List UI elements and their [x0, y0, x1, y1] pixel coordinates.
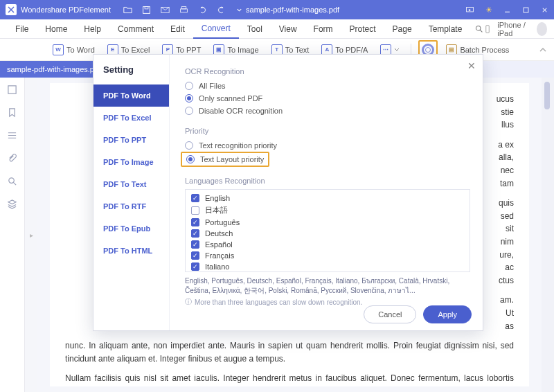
side-pdf-to-image[interactable]: PDF To Image [93, 151, 169, 173]
radio-icon [186, 155, 195, 163]
thumbnails-icon[interactable] [7, 84, 17, 95]
radio-icon [185, 94, 193, 103]
lang-italiano[interactable]: Italiano [191, 261, 464, 272]
menu-view[interactable]: View [271, 24, 305, 34]
save-icon[interactable] [142, 6, 151, 15]
priority-text-layout[interactable]: Text Layout priority [186, 155, 264, 163]
menu-convert[interactable]: Convert [193, 19, 239, 39]
attachment-icon[interactable] [7, 153, 17, 163]
checkbox-icon [191, 229, 199, 238]
side-pdf-to-text[interactable]: PDF To Text [93, 173, 169, 195]
languages-section-label: Languages Recognition [185, 177, 470, 185]
checkbox-icon [191, 240, 199, 249]
svg-rect-1 [145, 6, 148, 8]
checkbox-icon [191, 262, 199, 271]
titlebar-doc-name: sample-pdf-with-images.pdf [246, 6, 339, 14]
side-pdf-to-html[interactable]: PDF To HTML [93, 240, 169, 262]
device-icon[interactable] [483, 25, 492, 33]
priority-text-recognition[interactable]: Text recognition priority [185, 139, 470, 152]
lang-deutsch[interactable]: Deutsch [191, 228, 464, 239]
minimize-icon[interactable] [503, 6, 511, 14]
ocr-section-label: OCR Recognition [185, 67, 470, 75]
side-pdf-to-epub[interactable]: PDF To Epub [93, 217, 169, 240]
side-pdf-to-ppt[interactable]: PDF To PPT [93, 129, 169, 151]
ocr-scanned-only[interactable]: Only scanned PDF [185, 92, 470, 105]
radio-icon [185, 141, 193, 150]
lang-espanol[interactable]: Español [191, 239, 464, 250]
folder-open-icon[interactable] [123, 6, 132, 15]
apply-button[interactable]: Apply [423, 305, 472, 323]
layers-icon[interactable] [7, 199, 17, 209]
collapse-toolbar-icon[interactable] [539, 46, 547, 54]
ocr-disable[interactable]: Disable OCR recognition [185, 105, 470, 117]
bookmark-icon[interactable] [7, 107, 17, 118]
svg-point-10 [9, 178, 15, 184]
menu-help[interactable]: Help [75, 24, 109, 34]
panel-expand[interactable]: ▸ [25, 78, 37, 392]
device-label[interactable]: iPhone / iPad [497, 21, 531, 37]
side-pdf-to-excel[interactable]: PDF To Excel [93, 107, 169, 129]
priority-section-label: Priority [185, 127, 470, 135]
menu-comment[interactable]: Comment [109, 24, 162, 34]
lang-portuguese[interactable]: Português [191, 217, 464, 228]
cancel-button[interactable]: Cancel [364, 305, 416, 323]
languages-summary: English, Português, Deutsch, Español, Fr… [185, 276, 470, 296]
title-bar: Wondershare PDFelement sample-pdf-with-i… [0, 0, 554, 19]
radio-icon [185, 107, 193, 115]
redo-icon[interactable] [217, 6, 226, 15]
side-pdf-to-rtf[interactable]: PDF To RTF [93, 195, 169, 217]
svg-point-7 [476, 26, 481, 30]
outline-icon[interactable] [7, 130, 17, 141]
menu-protect[interactable]: Protect [341, 24, 384, 34]
present-icon[interactable] [465, 6, 474, 15]
lang-english[interactable]: English [191, 193, 464, 204]
languages-list[interactable]: English 日本語 Português Deutsch Español Fr… [185, 189, 470, 272]
svg-rect-9 [8, 86, 16, 93]
checkbox-icon [191, 206, 199, 215]
mail-icon[interactable] [161, 6, 170, 15]
dialog-sidebar: Setting PDF To Word PDF To Excel PDF To … [93, 55, 170, 330]
scrollbar-thumb[interactable] [544, 82, 550, 109]
svg-rect-3 [181, 8, 188, 12]
lang-japanese[interactable]: 日本語 [191, 204, 464, 217]
side-pdf-to-word[interactable]: PDF To Word [93, 84, 169, 107]
side-panel [0, 78, 25, 392]
checkbox-icon [191, 218, 199, 226]
app-logo [6, 4, 17, 15]
search-panel-icon[interactable] [7, 176, 17, 186]
checkbox-icon [191, 194, 199, 202]
menu-home[interactable]: Home [37, 24, 75, 34]
maximize-icon[interactable] [522, 6, 530, 14]
app-name: Wondershare PDFelement [21, 6, 111, 14]
dialog-title: Setting [93, 59, 169, 84]
avatar[interactable] [537, 22, 547, 36]
doc-dropdown[interactable]: sample-pdf-with-images.pdf [235, 6, 339, 14]
dialog-close-icon[interactable]: ✕ [467, 60, 476, 71]
svg-rect-8 [486, 25, 490, 33]
menu-search-icon[interactable] [474, 24, 483, 33]
menu-file[interactable]: File [7, 24, 37, 34]
menu-page[interactable]: Page [384, 24, 420, 34]
menu-bar: File Home Help Comment Edit Convert Tool… [0, 19, 554, 39]
ocr-all-files[interactable]: All Files [185, 80, 470, 92]
tab-label: sample-pdf-with-images.pdf [7, 65, 100, 73]
print-icon[interactable] [179, 6, 188, 15]
menu-tool[interactable]: Tool [239, 24, 271, 34]
radio-icon [185, 82, 193, 90]
menu-edit[interactable]: Edit [162, 24, 193, 34]
svg-rect-4 [181, 6, 186, 8]
svg-rect-6 [524, 8, 528, 12]
vertical-scrollbar[interactable] [542, 78, 554, 392]
svg-rect-0 [143, 6, 150, 13]
theme-icon[interactable]: ☀ [485, 6, 492, 15]
to-word-button[interactable]: WTo Word [48, 43, 99, 57]
lang-francais[interactable]: Français [191, 250, 464, 261]
dialog-main: ✕ OCR Recognition All Files Only scanned… [170, 55, 483, 330]
undo-icon[interactable] [198, 6, 207, 15]
convert-settings-dialog: Setting PDF To Word PDF To Excel PDF To … [93, 54, 483, 331]
menu-template[interactable]: Template [420, 24, 471, 34]
checkbox-icon [191, 251, 199, 260]
close-icon[interactable] [541, 6, 548, 14]
menu-form[interactable]: Form [305, 24, 341, 34]
